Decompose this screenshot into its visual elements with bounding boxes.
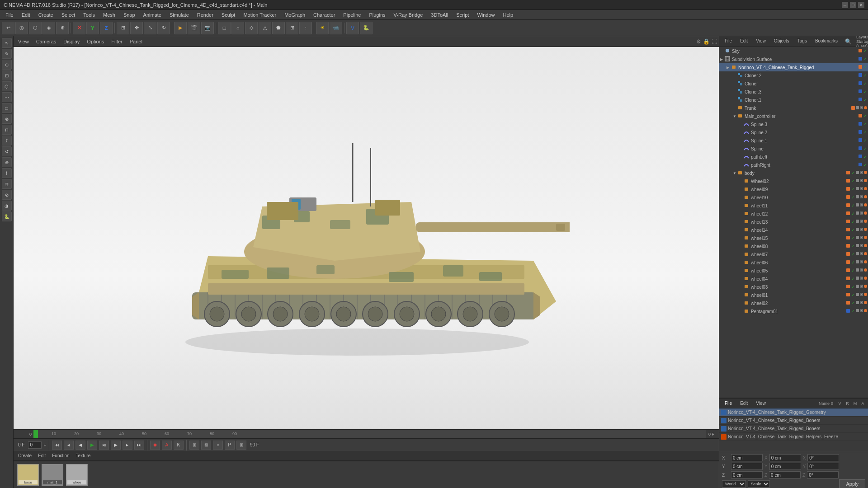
vp-menu-display[interactable]: Display [61, 38, 82, 45]
br-tab-view[interactable]: View [752, 400, 769, 407]
transport-play-reverse[interactable]: ⏯ [99, 441, 109, 450]
maximize-button[interactable]: □ [850, 2, 856, 8]
br-tab-edit[interactable]: Edit [736, 400, 751, 407]
tool-weld[interactable]: ⊕ [2, 157, 12, 167]
tool-extrude[interactable]: ⤴ [2, 136, 12, 145]
tool-bridge[interactable]: ⊓ [2, 125, 12, 135]
menu-item-simulate[interactable]: Simulate [166, 11, 193, 19]
tree-item-spline[interactable]: Spline✓ [719, 145, 868, 153]
vp-menu-cameras[interactable]: Cameras [33, 38, 59, 45]
tree-item-spline-3[interactable]: Spline.3✓ [719, 120, 868, 128]
tree-item-wheel07[interactable]: wheel07✓✕ [719, 250, 868, 258]
tool-material[interactable]: ◑ [2, 201, 12, 211]
menu-item-script[interactable]: Script [453, 11, 472, 19]
coord-x-input[interactable] [731, 454, 763, 461]
attr-row-geometry[interactable]: Norinco_VT-4_Chinese_Tank_Rigged_Geometr… [719, 408, 868, 417]
transport-options4[interactable]: P [225, 441, 235, 450]
tool-spin[interactable]: ↺ [2, 146, 12, 156]
tool-magnet[interactable]: ⊙ [2, 60, 12, 70]
toolbar-obj1[interactable]: □ [218, 22, 231, 34]
toolbar-obj3[interactable]: ◇ [245, 22, 258, 34]
rtab-edit[interactable]: Edit [736, 38, 751, 45]
transport-record[interactable]: ⏺ [150, 441, 160, 450]
tree-item-wheel02[interactable]: Wheel02✓✕ [719, 177, 868, 185]
apply-button[interactable]: Apply [839, 479, 865, 488]
toolbar-rotate[interactable]: ↻ [157, 22, 170, 34]
menu-item-v-ray-bridge[interactable]: V-Ray Bridge [390, 11, 427, 19]
menu-item-pipeline[interactable]: Pipeline [340, 11, 364, 19]
coord-x-rot-input[interactable] [807, 454, 839, 461]
tool-poly[interactable]: ⬡ [2, 81, 12, 91]
tool-edge[interactable]: ⋯ [2, 92, 12, 102]
tree-item-spline-1[interactable]: Spline.1✓ [719, 136, 868, 145]
mat-function[interactable]: Function [49, 452, 72, 459]
transport-options1[interactable]: ⊞ [189, 441, 199, 450]
tool-sculpt[interactable]: ⊘ [2, 190, 12, 200]
transport-next-frame[interactable]: ▶ [111, 441, 121, 450]
menu-item-mograph[interactable]: MoGraph [281, 11, 309, 19]
toolbar-camera[interactable]: 📹 [330, 22, 342, 34]
vp-menu-panel[interactable]: Panel [127, 38, 145, 45]
transport-next-key[interactable]: ▸ [123, 441, 132, 450]
toolbar-obj5[interactable]: ⬟ [272, 22, 285, 34]
tree-item-cloner-1[interactable]: Cloner.1✓ [719, 96, 868, 104]
transport-options5[interactable]: ⊞ [236, 441, 246, 450]
coord-z-rel-input[interactable] [769, 471, 801, 479]
tree-item-sky[interactable]: Sky✓ [719, 47, 868, 55]
transport-play[interactable]: ▶ [87, 441, 97, 450]
material-mat1[interactable]: mat_1 [42, 464, 63, 486]
tree-item-wheel11[interactable]: wheel11✓✕ [719, 202, 868, 210]
rtab-objects[interactable]: Objects [770, 38, 793, 45]
tree-item-norinco-vt-4-chinese-tank-rigged[interactable]: ▶Norinco_VT-4_Chinese_Tank_Rigged✓ [719, 63, 868, 71]
menu-item-animate[interactable]: Animate [140, 11, 165, 19]
material-base[interactable]: base [17, 464, 39, 486]
timeline-track[interactable]: 10 20 30 40 50 60 70 80 90 [33, 430, 706, 438]
transport-key[interactable]: K [174, 441, 184, 450]
tree-item-wheel08[interactable]: wheel08✓✕ [719, 242, 868, 250]
toolbar-undo[interactable]: ↩ [2, 22, 14, 34]
tree-item-trunk[interactable]: Trunk✕ [719, 104, 868, 112]
toolbar-x[interactable]: ✕ [73, 22, 85, 34]
toolbar-mode3[interactable]: ◈ [42, 22, 55, 34]
attr-row-boners[interactable]: Norinco_VT-4_Chinese_Tank_Rigged_Boners [719, 417, 868, 425]
tree-item-cloner[interactable]: Cloner✓ [719, 80, 868, 88]
menu-item-help[interactable]: Help [500, 11, 517, 19]
coord-x-rel-input[interactable] [769, 454, 801, 461]
toolbar-render3[interactable]: 📷 [201, 22, 214, 34]
tree-item-wheel04[interactable]: wheel04✓✕ [719, 275, 868, 283]
tree-item-wheel03[interactable]: wheel03✓✕ [719, 283, 868, 291]
menu-item-select[interactable]: Select [58, 11, 79, 19]
vp-menu-options[interactable]: Options [84, 38, 107, 45]
tool-wire[interactable]: ⊡ [2, 70, 12, 80]
rtab-search-icon[interactable]: 🔍 [843, 38, 854, 46]
menu-item-create[interactable]: Create [35, 11, 57, 19]
menu-item-character[interactable]: Character [310, 11, 339, 19]
menu-item-3dtoall[interactable]: 3DToAll [427, 11, 452, 19]
toolbar-y[interactable]: Y [86, 22, 99, 34]
attr-row-boners2[interactable]: Norinco_VT-4_Chinese_Tank_Rigged_Boners [719, 425, 868, 433]
tree-item-wheel06[interactable]: wheel06✓✕ [719, 258, 868, 267]
tool-smooth[interactable]: ≋ [2, 179, 12, 189]
tree-item-body[interactable]: ▼body✓✕ [719, 169, 868, 177]
coord-z-input[interactable] [731, 471, 763, 479]
tree-item-main-controller[interactable]: ▼Main_controller✓ [719, 112, 868, 120]
tree-item-wheel02[interactable]: wheel02✓✕ [719, 299, 868, 307]
tool-knife[interactable]: ⊗ [2, 114, 12, 124]
viewport-fullscreen-icon[interactable]: ⛶ [712, 38, 717, 45]
menu-item-snap[interactable]: Snap [120, 11, 139, 19]
rtab-view[interactable]: View [752, 38, 769, 45]
toolbar-render[interactable]: ▶ [174, 22, 187, 34]
tree-item-wheel15[interactable]: wheel15✓✕ [719, 234, 868, 242]
menu-item-motion-tracker[interactable]: Motion Tracker [240, 11, 280, 19]
transport-auto-key[interactable]: A [162, 441, 172, 450]
mat-create[interactable]: Create [15, 452, 34, 459]
toolbar-render2[interactable]: 🎬 [188, 22, 200, 34]
close-button[interactable]: ✕ [858, 2, 864, 8]
tree-item-wheel14[interactable]: wheel14✓✕ [719, 226, 868, 234]
toolbar-python[interactable]: 🐍 [360, 22, 373, 34]
coord-world-select[interactable]: World Object [722, 480, 746, 488]
tool-pointer[interactable]: ↖ [2, 38, 12, 48]
tree-item-cloner-3[interactable]: Cloner.3✓ [719, 88, 868, 96]
vp-menu-filter[interactable]: Filter [108, 38, 125, 45]
tree-item-subdivision-surface[interactable]: ▶Subdivision Surface✓ [719, 55, 868, 63]
